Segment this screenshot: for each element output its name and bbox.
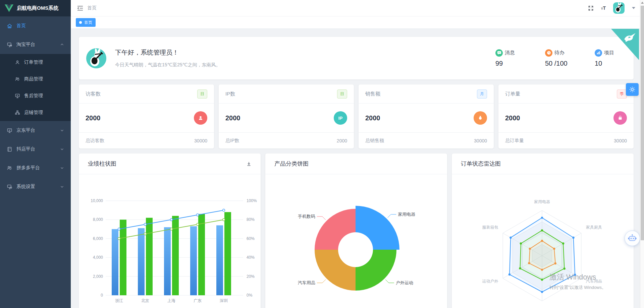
font-size-button[interactable]: TT (601, 6, 606, 10)
chart-title: 产品分类饼图 (274, 160, 309, 168)
sidebar-item-jd[interactable]: 京东平台 (0, 121, 71, 140)
svg-text:服装箱包: 服装箱包 (482, 225, 498, 230)
footer-label: 总销售额 (365, 138, 384, 144)
breadcrumb[interactable]: 首页 (87, 5, 97, 11)
welcome-card: 下午好，系统管理员！ 今日天气晴朗，气温在15℃至25℃之间，东南风。 消息 9… (79, 37, 634, 79)
dove-icon (624, 32, 637, 43)
card-title: 销售额 (365, 91, 380, 97)
welcome-text: 下午好，系统管理员！ 今日天气晴朗，气温在15℃至25℃之间，东南风。 (115, 48, 221, 68)
main-content: 下午好，系统管理员！ 今日天气晴朗，气温在15℃至25℃之间，东南风。 消息 9… (71, 29, 640, 308)
svg-text:20%: 20% (247, 274, 255, 279)
svg-text:10,000: 10,000 (91, 198, 103, 203)
message-icon (495, 49, 503, 57)
weather-text: 今日天气晴朗，气温在15℃至25℃之间，东南风。 (115, 62, 221, 68)
period-badge[interactable]: 月 (477, 89, 487, 99)
sidebar: 启航电商OMS系统 首页 淘宝平台 订单管理 商品管理 售后管理 (0, 0, 71, 308)
sidebar-item-product-management[interactable]: 商品管理 (0, 71, 71, 87)
fullscreen-button[interactable] (588, 5, 594, 11)
svg-text:60%: 60% (247, 236, 255, 241)
vue-logo-icon (5, 4, 13, 12)
sidebar-item-douyin[interactable]: 抖店平台 (0, 140, 71, 159)
category-pie-chart: 家用电器户外运动汽车用品手机数码 (265, 174, 447, 308)
user-menu-caret[interactable] (632, 7, 635, 9)
svg-text:家具厨具: 家具厨具 (586, 225, 602, 230)
download-button[interactable] (246, 161, 252, 167)
sidebar-item-settings[interactable]: 系统设置 (0, 177, 71, 196)
users-icon (15, 76, 20, 82)
footer-value: 2000 (337, 138, 347, 143)
svg-text:6,000: 6,000 (93, 236, 103, 241)
monitor-icon (7, 128, 12, 133)
svg-text:汽车用品: 汽车用品 (586, 279, 602, 284)
todos-count: 50 /100 (545, 60, 569, 67)
messages-count: 99 (495, 60, 519, 67)
radar-chart-card: 订单状态雷达图 家用电器家具厨具汽车用品手机数码运动户外服装箱包 (452, 153, 634, 308)
sidebar-item-aftersale-management[interactable]: 售后管理 (0, 87, 71, 104)
user-icon (15, 60, 20, 65)
order-status-radar-chart: 家用电器家具厨具汽车用品手机数码运动户外服装箱包 (452, 174, 634, 308)
rabbit-avatar-icon (86, 48, 106, 68)
period-badge[interactable]: 季 (617, 89, 627, 99)
svg-text:100%: 100% (247, 198, 257, 203)
chevron-down-icon (60, 166, 64, 170)
svg-text:80%: 80% (247, 217, 255, 222)
svg-text:浙江: 浙江 (115, 298, 123, 303)
charts-row: 业绩柱状图 00%2,00020%4,00040%6,00060%8,00080… (79, 153, 634, 308)
theme-settings-button[interactable] (626, 83, 639, 96)
welcome-avatar (86, 48, 106, 68)
rabbit-avatar-icon (613, 2, 625, 14)
monitor-check-icon (15, 93, 20, 99)
card-title: 访客数 (86, 91, 101, 97)
svg-text:广东: 广东 (194, 298, 202, 303)
bar-chart-card: 业绩柱状图 00%2,00020%4,00040%6,00060%8,00080… (79, 153, 261, 308)
messages-stat: 消息 99 (495, 49, 519, 67)
sidebar-fold-button[interactable] (71, 6, 87, 11)
assistant-robot-button[interactable] (625, 231, 640, 246)
svg-text:2,000: 2,000 (93, 274, 103, 279)
svg-text:汽车用品: 汽车用品 (298, 280, 315, 285)
sidebar-submenu-taobao: 订单管理 商品管理 售后管理 店铺管理 (0, 54, 71, 121)
sidebar-item-label: 淘宝平台 (16, 42, 35, 48)
todos-stat: 待办 50 /100 (545, 49, 569, 67)
sidebar-item-store-management[interactable]: 店铺管理 (0, 104, 71, 121)
svg-text:家用电器: 家用电器 (534, 199, 550, 204)
topbar-actions: TT (588, 2, 644, 14)
chevron-down-icon (60, 185, 64, 189)
chevron-down-icon (60, 147, 64, 151)
page-scrollbar[interactable] (640, 0, 644, 308)
orders-icon (613, 111, 627, 125)
welcome-stats: 消息 99 待办 50 /100 项目 (495, 49, 618, 67)
stat-label: 待办 (554, 50, 565, 56)
scrollbar-thumb[interactable] (641, 6, 644, 240)
card-value: 2000 (365, 114, 380, 122)
projects-count: 10 (595, 60, 618, 67)
sidebar-item-order-management[interactable]: 订单管理 (0, 54, 71, 71)
gear-icon (629, 86, 636, 93)
ip-card: IP数 日 2000 IP 总IP数 2000 (219, 84, 354, 148)
sidebar-item-label: 京东平台 (16, 127, 35, 133)
period-badge[interactable]: 日 (197, 89, 207, 99)
user-avatar[interactable] (613, 2, 625, 14)
card-value: 2000 (86, 114, 101, 122)
sidebar-item-label: 商品管理 (24, 76, 43, 82)
scrollbar-up-arrow[interactable] (641, 2, 644, 4)
sidebar-item-pdd[interactable]: 拼多多平台 (0, 159, 71, 177)
svg-text:0: 0 (101, 293, 103, 298)
chart-title: 订单状态雷达图 (461, 160, 501, 168)
sitemap-icon (15, 110, 20, 115)
chart-title: 业绩柱状图 (88, 160, 116, 168)
sidebar-item-label: 店铺管理 (24, 110, 43, 116)
fullscreen-icon (588, 5, 594, 11)
period-badge[interactable]: 日 (337, 89, 347, 99)
tab-home[interactable]: 首页 (76, 18, 96, 27)
sidebar-item-taobao[interactable]: 淘宝平台 (0, 35, 71, 54)
sales-icon (474, 111, 487, 125)
app-logo: 启航电商OMS系统 (0, 0, 71, 16)
footer-label: 总访客数 (86, 138, 104, 144)
footer-label: 总IP数 (225, 138, 239, 144)
svg-text:0%: 0% (247, 293, 253, 298)
stat-label: 消息 (505, 50, 515, 56)
sidebar-item-home[interactable]: 首页 (0, 16, 71, 35)
card-value: 2000 (225, 114, 240, 122)
pie-chart-card: 产品分类饼图 家用电器户外运动汽车用品手机数码 (265, 153, 447, 308)
